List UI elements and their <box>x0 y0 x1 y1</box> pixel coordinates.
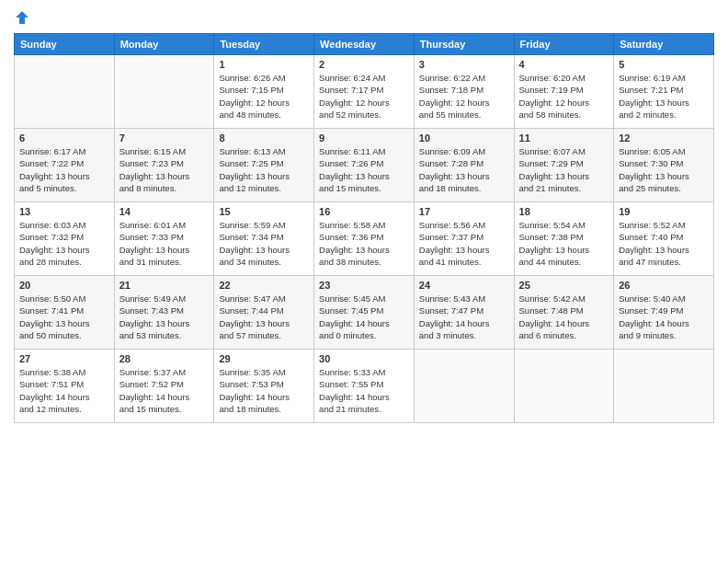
calendar-cell: 22Sunrise: 5:47 AM Sunset: 7:44 PM Dayli… <box>214 276 314 350</box>
day-number: 1 <box>219 59 309 70</box>
day-info: Sunrise: 6:26 AM Sunset: 7:15 PM Dayligh… <box>219 72 309 121</box>
day-info: Sunrise: 5:49 AM Sunset: 7:43 PM Dayligh… <box>119 293 210 341</box>
calendar-header-sunday: Sunday <box>15 34 115 55</box>
calendar-header-saturday: Saturday <box>614 34 714 55</box>
calendar-cell <box>114 55 214 129</box>
day-number: 16 <box>319 206 409 217</box>
day-info: Sunrise: 6:19 AM Sunset: 7:21 PM Dayligh… <box>619 72 709 121</box>
day-info: Sunrise: 5:54 AM Sunset: 7:38 PM Dayligh… <box>519 219 609 268</box>
day-info: Sunrise: 5:45 AM Sunset: 7:45 PM Dayligh… <box>319 293 409 341</box>
day-info: Sunrise: 6:05 AM Sunset: 7:30 PM Dayligh… <box>619 145 709 194</box>
calendar-week-row: 27Sunrise: 5:38 AM Sunset: 7:51 PM Dayli… <box>15 350 714 423</box>
day-info: Sunrise: 5:33 AM Sunset: 7:55 PM Dayligh… <box>319 366 409 415</box>
day-info: Sunrise: 5:37 AM Sunset: 7:52 PM Dayligh… <box>119 366 210 415</box>
calendar-header-monday: Monday <box>114 34 214 55</box>
calendar-cell: 17Sunrise: 5:56 AM Sunset: 7:37 PM Dayli… <box>414 202 514 276</box>
day-info: Sunrise: 5:47 AM Sunset: 7:44 PM Dayligh… <box>219 293 309 341</box>
day-info: Sunrise: 6:15 AM Sunset: 7:23 PM Dayligh… <box>119 145 210 194</box>
day-info: Sunrise: 5:40 AM Sunset: 7:49 PM Dayligh… <box>619 293 709 341</box>
calendar-week-row: 1Sunrise: 6:26 AM Sunset: 7:15 PM Daylig… <box>15 55 714 129</box>
day-number: 22 <box>219 280 309 291</box>
day-number: 5 <box>619 59 709 70</box>
day-number: 12 <box>619 132 709 144</box>
calendar-cell: 18Sunrise: 5:54 AM Sunset: 7:38 PM Dayli… <box>514 202 614 276</box>
calendar-cell <box>414 350 514 423</box>
calendar-cell: 20Sunrise: 5:50 AM Sunset: 7:41 PM Dayli… <box>15 276 115 350</box>
svg-marker-0 <box>16 11 28 24</box>
day-number: 6 <box>19 132 109 144</box>
header <box>14 9 714 26</box>
day-number: 7 <box>119 132 210 144</box>
day-number: 24 <box>419 280 509 291</box>
day-info: Sunrise: 5:56 AM Sunset: 7:37 PM Dayligh… <box>419 219 509 268</box>
day-number: 2 <box>319 59 409 70</box>
day-info: Sunrise: 5:43 AM Sunset: 7:47 PM Dayligh… <box>419 293 509 341</box>
day-number: 29 <box>219 353 309 364</box>
day-number: 8 <box>219 132 309 144</box>
day-number: 3 <box>419 59 509 70</box>
day-info: Sunrise: 6:11 AM Sunset: 7:26 PM Dayligh… <box>319 145 409 194</box>
calendar-cell: 15Sunrise: 5:59 AM Sunset: 7:34 PM Dayli… <box>214 202 314 276</box>
calendar-cell: 29Sunrise: 5:35 AM Sunset: 7:53 PM Dayli… <box>214 350 314 423</box>
day-info: Sunrise: 6:24 AM Sunset: 7:17 PM Dayligh… <box>319 72 409 121</box>
day-number: 23 <box>319 280 409 291</box>
day-number: 28 <box>119 353 210 364</box>
day-number: 30 <box>319 353 409 364</box>
day-number: 18 <box>519 206 609 217</box>
calendar-cell: 25Sunrise: 5:42 AM Sunset: 7:48 PM Dayli… <box>514 276 614 350</box>
calendar-cell: 10Sunrise: 6:09 AM Sunset: 7:28 PM Dayli… <box>414 129 514 202</box>
calendar-week-row: 6Sunrise: 6:17 AM Sunset: 7:22 PM Daylig… <box>15 129 714 202</box>
day-number: 11 <box>519 132 609 144</box>
calendar-cell: 7Sunrise: 6:15 AM Sunset: 7:23 PM Daylig… <box>114 129 214 202</box>
calendar-cell: 24Sunrise: 5:43 AM Sunset: 7:47 PM Dayli… <box>414 276 514 350</box>
calendar-cell: 16Sunrise: 5:58 AM Sunset: 7:36 PM Dayli… <box>314 202 415 276</box>
day-number: 21 <box>119 280 210 291</box>
calendar-cell: 28Sunrise: 5:37 AM Sunset: 7:52 PM Dayli… <box>114 350 214 423</box>
calendar-header-friday: Friday <box>514 34 614 55</box>
day-number: 4 <box>519 59 609 70</box>
calendar-cell: 9Sunrise: 6:11 AM Sunset: 7:26 PM Daylig… <box>314 129 415 202</box>
day-number: 19 <box>619 206 709 217</box>
calendar-cell: 2Sunrise: 6:24 AM Sunset: 7:17 PM Daylig… <box>314 55 415 129</box>
day-info: Sunrise: 6:09 AM Sunset: 7:28 PM Dayligh… <box>419 145 509 194</box>
calendar-header-thursday: Thursday <box>414 34 514 55</box>
day-info: Sunrise: 6:22 AM Sunset: 7:18 PM Dayligh… <box>419 72 509 121</box>
day-info: Sunrise: 6:13 AM Sunset: 7:25 PM Dayligh… <box>219 145 309 194</box>
calendar-cell: 4Sunrise: 6:20 AM Sunset: 7:19 PM Daylig… <box>514 55 614 129</box>
page: SundayMondayTuesdayWednesdayThursdayFrid… <box>0 0 728 563</box>
calendar-cell: 6Sunrise: 6:17 AM Sunset: 7:22 PM Daylig… <box>15 129 115 202</box>
calendar-cell: 30Sunrise: 5:33 AM Sunset: 7:55 PM Dayli… <box>314 350 415 423</box>
calendar-cell: 1Sunrise: 6:26 AM Sunset: 7:15 PM Daylig… <box>214 55 314 129</box>
day-info: Sunrise: 5:58 AM Sunset: 7:36 PM Dayligh… <box>319 219 409 268</box>
calendar-header-wednesday: Wednesday <box>314 34 415 55</box>
day-info: Sunrise: 5:42 AM Sunset: 7:48 PM Dayligh… <box>519 293 609 341</box>
day-number: 27 <box>19 353 109 364</box>
calendar-cell: 19Sunrise: 5:52 AM Sunset: 7:40 PM Dayli… <box>614 202 714 276</box>
day-number: 20 <box>19 280 109 291</box>
calendar-cell <box>514 350 614 423</box>
calendar-week-row: 20Sunrise: 5:50 AM Sunset: 7:41 PM Dayli… <box>15 276 714 350</box>
calendar-cell: 3Sunrise: 6:22 AM Sunset: 7:18 PM Daylig… <box>414 55 514 129</box>
day-number: 26 <box>619 280 709 291</box>
day-info: Sunrise: 6:01 AM Sunset: 7:33 PM Dayligh… <box>119 219 210 268</box>
day-info: Sunrise: 5:35 AM Sunset: 7:53 PM Dayligh… <box>219 366 309 415</box>
day-info: Sunrise: 5:38 AM Sunset: 7:51 PM Dayligh… <box>19 366 109 415</box>
day-number: 9 <box>319 132 409 144</box>
calendar-cell <box>614 350 714 423</box>
day-info: Sunrise: 5:50 AM Sunset: 7:41 PM Dayligh… <box>19 293 109 341</box>
day-number: 14 <box>119 206 210 217</box>
day-number: 15 <box>219 206 309 217</box>
logo <box>14 9 34 26</box>
day-info: Sunrise: 5:59 AM Sunset: 7:34 PM Dayligh… <box>219 219 309 268</box>
calendar-cell: 8Sunrise: 6:13 AM Sunset: 7:25 PM Daylig… <box>214 129 314 202</box>
calendar-header-row: SundayMondayTuesdayWednesdayThursdayFrid… <box>15 34 714 55</box>
day-info: Sunrise: 6:17 AM Sunset: 7:22 PM Dayligh… <box>19 145 109 194</box>
day-number: 25 <box>519 280 609 291</box>
calendar-week-row: 13Sunrise: 6:03 AM Sunset: 7:32 PM Dayli… <box>15 202 714 276</box>
day-info: Sunrise: 6:20 AM Sunset: 7:19 PM Dayligh… <box>519 72 609 121</box>
day-number: 10 <box>419 132 509 144</box>
calendar-cell: 11Sunrise: 6:07 AM Sunset: 7:29 PM Dayli… <box>514 129 614 202</box>
day-info: Sunrise: 6:07 AM Sunset: 7:29 PM Dayligh… <box>519 145 609 194</box>
calendar-cell: 26Sunrise: 5:40 AM Sunset: 7:49 PM Dayli… <box>614 276 714 350</box>
calendar-cell: 5Sunrise: 6:19 AM Sunset: 7:21 PM Daylig… <box>614 55 714 129</box>
